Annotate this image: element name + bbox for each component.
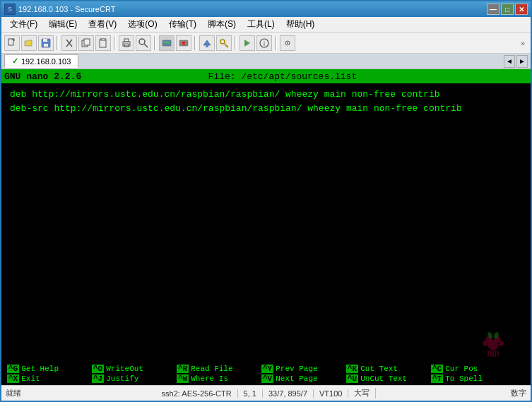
toolbar-btn-sftp[interactable] [199,35,215,51]
nano-cmd-writeout: ^O WriteOut [89,364,174,374]
tab-navigation: ◄ ► [504,55,528,68]
nano-key-writeout: ^O [92,365,104,373]
toolbar-btn-open[interactable] [21,35,37,51]
title-bar-controls: — □ ✕ [487,4,528,15]
svg-rect-22 [206,45,208,47]
nano-label-writeout: WriteOut [106,365,143,373]
window-title: 192.168.0.103 - SecureCRT [18,5,115,13]
status-caps: 大写 [348,388,376,398]
menu-help[interactable]: 帮助(H) [280,17,321,32]
toolbar-separator-2 [114,36,116,50]
menu-bar: 文件(F) 编辑(E) 查看(V) 选项(O) 传输(T) 脚本(S) 工具(L… [1,17,531,32]
toolbar-separator-5 [235,36,237,50]
status-position: 5, 1 [238,389,263,398]
svg-point-14 [139,39,145,45]
svg-marker-27 [244,40,250,47]
toolbar: i » [1,32,531,54]
tab-nav-left[interactable]: ◄ [504,55,515,68]
nano-cmd-readfile: ^R Read File [174,364,259,374]
nano-key-tospell: ^T [431,374,443,383]
toolbar-btn-new[interactable] [4,35,20,51]
toolbar-overflow[interactable]: » [521,39,528,47]
toolbar-btn-find[interactable] [136,35,151,51]
nano-cmd-whereis: ^W Where Is [174,374,259,384]
status-bar: 就绪 ssh2: AES-256-CTR 5, 1 33/7, 895/7 VT… [1,385,531,401]
nano-key-nextpage: ^V [261,374,273,383]
menu-file[interactable]: 文件(F) [4,17,43,32]
svg-rect-3 [43,39,47,42]
nano-key-justify: ^J [92,374,104,383]
menu-edit[interactable]: 编辑(E) [43,17,83,32]
toolbar-btn-save[interactable] [38,35,54,51]
menu-options[interactable]: 选项(O) [122,17,162,32]
terminal-line-1: deb http://mirrors.ustc.edu.cn/raspbian/… [10,88,522,102]
svg-point-36 [499,341,504,346]
maximize-button[interactable]: □ [501,4,514,15]
nano-key-cuttext: ^K [346,365,358,373]
nano-key-uncuttext: ^U [346,374,358,383]
raspberrypi-watermark [475,329,511,367]
toolbar-btn-copy[interactable] [78,35,94,51]
nano-footer-row-1: ^G Get Help ^O WriteOut ^R Read File ^Y … [4,364,528,374]
svg-rect-10 [101,38,105,40]
toolbar-btn-key[interactable] [216,35,232,51]
minimize-button[interactable]: — [487,4,500,15]
nano-key-curpos: ^C [431,365,443,373]
tab-bar: ✓ 192.168.0.103 ◄ ► [1,54,531,69]
nano-filename: File: /etc/apt/sources.list [81,71,483,82]
menu-view[interactable]: 查看(V) [83,17,122,32]
status-encryption: ssh2: AES-256-CTR [156,389,238,398]
svg-point-23 [220,40,225,44]
toolbar-btn-settings[interactable] [280,35,295,51]
terminal-body[interactable]: deb http://mirrors.ustc.edu.cn/raspbian/… [1,83,531,362]
tab-nav-right[interactable]: ► [516,55,528,68]
nano-version: GNU nano 2.2.6 [4,71,81,82]
nano-cmd-get-help: ^G Get Help [4,364,89,374]
title-bar-left: S 192.168.0.103 - SecureCRT [4,4,115,15]
nano-label-readfile: Read File [191,365,232,373]
nano-key-whereis: ^W [177,374,189,383]
nano-cmd-prevpage: ^Y Prev Page [259,364,343,374]
nano-label-prevpage: Prev Page [276,365,317,373]
terminal-content: deb http://mirrors.ustc.edu.cn/raspbian/… [6,85,526,118]
session-tab[interactable]: ✓ 192.168.0.103 [4,54,78,68]
status-ready: 就绪 [6,388,156,398]
toolbar-btn-print[interactable] [119,35,134,51]
toolbar-btn-connect[interactable] [159,35,175,51]
toolbar-btn-paste[interactable] [95,35,111,51]
toolbar-btn-macro[interactable] [240,35,255,51]
status-coords: 33/7, 895/7 [263,389,314,398]
toolbar-btn-info[interactable]: i [256,35,272,51]
svg-point-31 [287,42,288,44]
nano-cmd-exit: ^X Exit [4,374,89,384]
svg-line-39 [488,350,489,356]
nano-key-prevpage: ^Y [261,365,273,373]
nano-header: GNU nano 2.2.6 File: /etc/apt/sources.li… [1,69,531,83]
nano-label-justify: Justify [106,374,138,383]
nano-footer-row-2: ^X Exit ^J Justify ^W Where Is ^V Next P… [4,374,528,384]
menu-transfer[interactable]: 传输(T) [163,17,202,32]
nano-label-cuttext: Cut Text [360,365,398,373]
nano-footer: ^G Get Help ^O WriteOut ^R Read File ^Y … [1,362,531,385]
nano-label-gethelp: Get Help [21,365,59,373]
menu-tools[interactable]: 工具(L) [242,17,280,32]
svg-line-43 [497,350,498,356]
svg-rect-16 [162,40,171,46]
nano-label-whereis: Where Is [191,374,228,383]
app-icon: S [4,4,16,15]
nano-label-uncuttext: UnCut Text [360,374,407,383]
toolbar-btn-cut[interactable] [61,35,77,51]
app-window: S 192.168.0.103 - SecureCRT — □ ✕ 文件(F) … [0,0,532,402]
nano-label-nextpage: Next Page [276,374,317,383]
menu-script[interactable]: 脚本(S) [202,17,242,32]
toolbar-btn-disconnect[interactable] [176,35,191,51]
nano-label-tospell: To Spell [445,374,483,383]
toolbar-separator-6 [275,36,277,50]
toolbar-separator-1 [57,36,59,50]
close-button[interactable]: ✕ [515,4,528,15]
status-terminal: VT100 [314,389,348,398]
nano-cmd-tospell: ^T To Spell [428,374,513,384]
tab-check-icon: ✓ [12,57,18,66]
nano-cmd-justify: ^J Justify [89,374,174,384]
nano-cmd-nextpage: ^V Next Page [259,374,343,384]
